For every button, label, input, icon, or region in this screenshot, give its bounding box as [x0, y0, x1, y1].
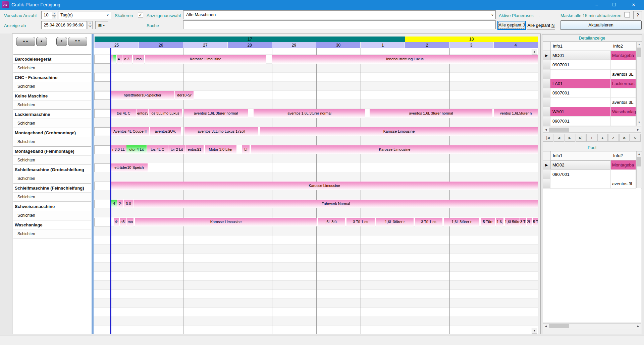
gantt-bar[interactable] [113, 55, 116, 64]
skalieren-checkbox[interactable]: ✓ [138, 12, 143, 17]
cell-info1[interactable]: LA01 [550, 79, 611, 88]
gantt-bar[interactable]: otor 4 Lit [126, 145, 147, 154]
scrollbar-thumb[interactable] [549, 324, 569, 328]
chevron-down-icon[interactable]: ∨ [106, 13, 109, 17]
scroll-right-icon[interactable]: ► [635, 127, 641, 132]
table-row[interactable]: ▶MO01Montageba [543, 51, 642, 60]
scroll-down-icon[interactable]: ▼ [637, 120, 642, 125]
gantt-bar[interactable]: os 3LLimo Luxus [149, 109, 182, 118]
gantt-bar[interactable]: L! [242, 145, 250, 154]
gantt-bar[interactable]: Karosse Limousine [111, 182, 538, 190]
machine-row[interactable]: Schleifmaschine (Feinschleifung) [13, 183, 91, 192]
cell-info2[interactable]: aventos 3L [611, 70, 636, 79]
table-row[interactable]: 0907001 [543, 117, 642, 126]
cell-info1[interactable]: 0907001 [550, 170, 611, 179]
gantt-bar[interactable]: 1,6L 3türer r [444, 218, 479, 226]
gantt-bar[interactable]: der10-Sr [175, 91, 194, 100]
table-row[interactable]: 0907001 [543, 88, 642, 98]
gantt-bar[interactable]: 2: [117, 200, 123, 208]
machine-row[interactable]: CNC - Fräsmaschine [13, 73, 91, 82]
anzeige-ab-input[interactable]: 25.04.2016 09:06:08 [41, 21, 87, 29]
gantt-bar[interactable]: aventos 3LLimo Luxus 17zoll [184, 127, 258, 136]
gantt-bar[interactable]: 3 Tür [520, 218, 526, 226]
column-header-info1[interactable]: Info1 [551, 151, 611, 160]
date-spinner[interactable]: ▲ ▼ [88, 21, 93, 29]
column-header-info2[interactable]: Info2 [611, 42, 636, 51]
gantt-bar[interactable]: ,6L 3tü. [318, 218, 345, 226]
gantt-bar[interactable]: 1.6, [496, 218, 503, 226]
scroll-up-button[interactable]: ▲ [36, 37, 47, 46]
vorschau-anzahl-input[interactable]: 10 ▲ ▼ [41, 11, 57, 19]
gantt-bar[interactable]: Motor 3.0 Liter [205, 145, 236, 154]
grid-vscrollbar[interactable]: ▲▼ [636, 42, 642, 126]
gantt-bar[interactable]: entosS [137, 109, 148, 118]
maximize-button[interactable]: ❐ [606, 0, 622, 10]
cell-info1[interactable]: 0907001 [550, 88, 611, 98]
scrollbar-thumb[interactable] [637, 157, 641, 166]
cell-info2[interactable] [611, 170, 636, 179]
detail-hscrollbar[interactable]: ◄ ► [543, 127, 641, 133]
gantt-bar[interactable]: tos 4L C [147, 145, 168, 154]
machine-row[interactable]: Waschanlage [13, 220, 91, 229]
gantt-bar[interactable]: Aventos 4L Coupe II [111, 127, 149, 136]
machine-row[interactable]: Schleifmaschine (Grobschleifung [13, 165, 91, 174]
gantt-bar[interactable]: tor 2 Lit [168, 145, 185, 154]
gantt-bar[interactable]: 3 Tü 1.os [415, 218, 442, 226]
cell-info1[interactable] [550, 70, 611, 79]
cell-info2[interactable]: aventos 3L [611, 179, 636, 189]
nav-next-button[interactable]: ▶ [565, 134, 575, 142]
scroll-left-icon[interactable]: ◄ [543, 127, 549, 132]
machine-row[interactable]: Barcodelesegerät [13, 55, 91, 63]
vorschau-spinner[interactable]: ▲ ▼ [52, 12, 56, 18]
nav-refresh-button[interactable]: ↻ [630, 134, 641, 142]
gantt-bar[interactable]: aventosSUV, [150, 127, 181, 136]
cell-info2[interactable]: aventos 3L [611, 98, 636, 107]
spin-down-icon[interactable]: ▼ [88, 25, 93, 29]
gantt-bar[interactable]: o3. [120, 218, 126, 226]
scroll-up-fast-button[interactable]: ▲▲ [16, 37, 35, 46]
cell-info1[interactable]: MO02 [550, 160, 611, 170]
gantt-bar[interactable]: 5 Türer 1. [533, 218, 538, 226]
gantt-bar[interactable]: 2L 3türe [527, 218, 532, 226]
gantt-bar[interactable]: 3 Tü 1.os [346, 218, 375, 226]
gantt-bar[interactable]: Karosse Limousine [251, 145, 538, 154]
cell-info1[interactable] [550, 98, 611, 107]
cell-info2[interactable]: Lackiermas [611, 79, 636, 88]
gantt-bar[interactable]: Karosse Limousine [145, 55, 266, 64]
gantt-bar[interactable]: 4 [111, 200, 117, 208]
table-row[interactable]: 0907001 [543, 170, 642, 179]
nav-first-button[interactable]: |◀ [543, 134, 553, 142]
spin-up-icon[interactable]: ▲ [88, 21, 93, 25]
gantt-bar[interactable]: tos 4L C [111, 109, 137, 118]
cell-info1[interactable]: WA01 [550, 107, 611, 117]
help-button[interactable]: ? [633, 11, 642, 19]
minimize-button[interactable]: – [589, 0, 604, 10]
gantt-bar[interactable]: Innenaustattung Luxus [272, 55, 538, 64]
nav-cancel-button[interactable]: ✖ [619, 134, 630, 142]
aktualisieren-button[interactable]: Aktualisieren [560, 20, 642, 30]
cell-info1[interactable]: MO01 [550, 51, 611, 60]
alle-geplant-n-button[interactable]: Alle geplant N [527, 21, 555, 30]
gantt-bar[interactable]: Fahrwerk Normal [133, 200, 538, 208]
table-row[interactable]: WA01Waschanlag [543, 107, 642, 117]
spin-down-icon[interactable]: ▼ [52, 15, 56, 19]
column-header-info1[interactable]: Info1 [551, 42, 611, 51]
calendar-button[interactable]: ▦ ▼ [95, 21, 108, 29]
table-row[interactable]: aventos 3L [543, 98, 642, 107]
table-row[interactable]: ▶MO02Montageba [543, 160, 642, 170]
scroll-left-icon[interactable]: ◄ [543, 324, 549, 329]
nav-prior-button[interactable]: ◀ [554, 134, 565, 142]
gantt-bar[interactable]: entosS1 [185, 145, 204, 154]
pool-hscrollbar[interactable]: ◄ ► [543, 323, 641, 329]
gantt-bar[interactable]: aventos 1,6L 3türer normal [184, 109, 248, 118]
scroll-up-icon[interactable]: ▲ [637, 42, 642, 47]
gantt-bar[interactable]: 1,6L5türer [505, 218, 520, 226]
scroll-down-button[interactable]: ▼ [56, 37, 67, 46]
gantt-bar[interactable]: 3.0 [124, 200, 133, 208]
cell-info1[interactable]: 0907001 [550, 60, 611, 70]
gantt-bar[interactable]: 4: [114, 218, 119, 226]
table-row[interactable]: aventos 3L [543, 179, 642, 189]
gantt-bar[interactable]: Karosse Limousine [260, 127, 538, 136]
table-row[interactable]: aventos 3L [543, 70, 642, 79]
machine-row[interactable]: Schweissmaschine [13, 202, 91, 211]
